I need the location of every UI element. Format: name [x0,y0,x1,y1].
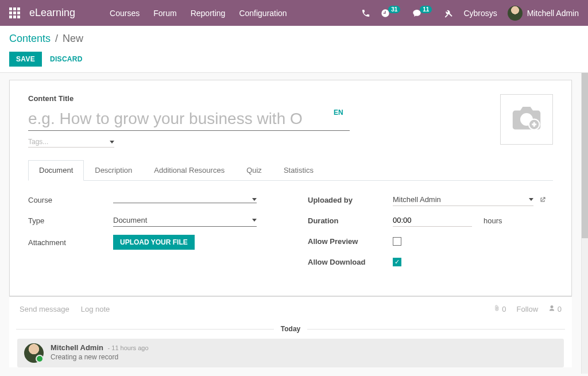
message-author: Mitchell Admin [51,343,103,352]
content-title-input[interactable] [28,107,350,131]
breadcrumb-separator: / [55,33,58,45]
tab-statistics[interactable]: Statistics [273,160,324,180]
tabs: Document Description Additional Resource… [28,160,553,181]
scrollbar[interactable] [581,73,588,374]
user-menu[interactable]: Mitchell Admin [508,6,579,21]
send-message-button[interactable]: Send message [20,305,69,313]
tab-content-document: Course Type Document Attachment UPLOAD Y… [28,181,553,282]
upload-file-button[interactable]: UPLOAD YOUR FILE [113,235,195,250]
course-select[interactable] [113,196,257,203]
user-avatar [508,6,523,21]
chatter-message: Mitchell Admin - 11 hours ago Creating a… [17,339,564,367]
chatter: Send message Log note 0 Follow 0 Today M… [9,296,572,367]
duration-input[interactable] [393,214,472,227]
main-navbar: eLearning Courses Forum Reporting Config… [0,0,588,26]
duration-label: Duration [308,216,393,225]
apps-icon[interactable] [9,7,20,18]
nav-courses[interactable]: Courses [110,9,140,18]
course-label: Course [28,196,113,204]
nav-forum[interactable]: Forum [153,9,176,18]
breadcrumb-parent[interactable]: Contents [9,33,51,45]
date-separator: Today [9,321,572,336]
messages-button[interactable]: 11 [412,9,434,18]
nav-menu: Courses Forum Reporting Configuration [110,9,287,18]
chevron-down-icon [252,219,257,222]
type-select[interactable]: Document [113,214,257,227]
log-note-button[interactable]: Log note [81,305,110,313]
nav-right: 31 11 Cybrosys Mitchell Admin [361,6,579,21]
image-upload[interactable] [500,94,553,145]
tab-document[interactable]: Document [28,160,84,181]
breadcrumb: Contents / New [9,33,579,45]
activities-button[interactable]: 31 [381,9,402,18]
type-label: Type [28,216,113,225]
chevron-down-icon [529,198,533,201]
discard-button[interactable]: DISCARD [50,55,83,63]
external-link-icon[interactable] [539,196,546,203]
tools-icon[interactable] [444,9,453,18]
follow-button[interactable]: Follow [517,305,539,313]
breadcrumb-current: New [63,33,83,45]
app-brand[interactable]: eLearning [29,7,75,19]
language-badge[interactable]: EN [334,108,343,117]
message-avatar [24,343,44,363]
attachment-count[interactable]: 0 [493,305,506,313]
phone-icon[interactable] [361,9,370,18]
tags-placeholder: Tags... [28,138,110,146]
attachment-label: Attachment [28,238,113,247]
message-timestamp: - 11 hours ago [108,344,149,351]
form-view: Content Title EN Tags... Document Des [0,73,581,374]
tags-input[interactable]: Tags... [28,137,114,148]
tab-additional-resources[interactable]: Additional Resources [143,160,235,180]
allow-download-checkbox[interactable] [393,258,401,266]
nav-reporting[interactable]: Reporting [191,9,226,18]
allow-download-label: Allow Download [308,258,393,266]
uploaded-by-select[interactable]: Mitchell Admin [393,193,533,206]
tab-quiz[interactable]: Quiz [235,160,273,180]
form-sheet: Content Title EN Tags... Document Des [9,80,572,296]
message-body: Creating a new record [51,353,149,361]
paperclip-icon [493,305,500,312]
nav-configuration[interactable]: Configuration [239,9,287,18]
user-icon [548,305,555,312]
activities-count: 31 [388,6,400,13]
save-button[interactable]: SAVE [9,52,42,67]
messages-count: 11 [420,6,432,13]
chevron-down-icon [110,141,114,144]
allow-preview-checkbox[interactable] [393,237,401,246]
control-panel: Contents / New SAVE DISCARD [0,26,588,73]
allow-preview-label: Allow Preview [308,237,393,246]
chevron-down-icon [252,198,257,201]
tab-description[interactable]: Description [84,160,143,180]
duration-unit: hours [483,216,502,225]
user-name: Mitchell Admin [527,9,579,18]
uploaded-by-label: Uploaded by [308,196,393,204]
camera-plus-icon [511,107,542,132]
scrollbar-thumb[interactable] [582,73,588,238]
content-title-label: Content Title [28,94,489,103]
company-name[interactable]: Cybrosys [463,9,497,18]
follower-count[interactable]: 0 [548,305,562,313]
